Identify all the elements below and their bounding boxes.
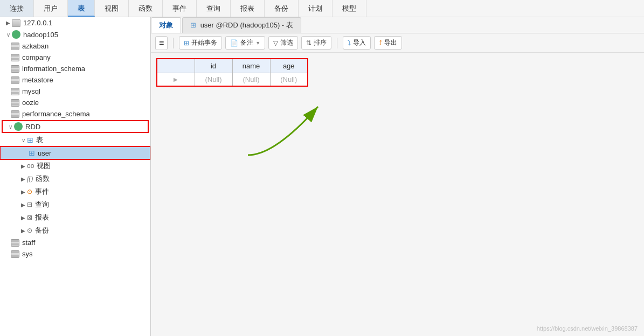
chevron-icon: ▶ xyxy=(19,163,27,169)
filter-button[interactable]: ▽ 筛选 xyxy=(268,36,298,50)
column-name: name xyxy=(232,59,270,73)
chevron-icon: ▶ xyxy=(19,176,27,182)
import-label: 导入 xyxy=(353,38,366,47)
db-hadoop105-label: hadoop105 xyxy=(23,31,58,39)
tab-user-table[interactable]: ⊞ user @RDD (hadoop105) - 表 xyxy=(182,17,301,33)
function-icon: f() xyxy=(27,175,33,183)
comment-label: 备注 xyxy=(240,38,253,47)
sidebar-db-company[interactable]: company xyxy=(0,52,150,63)
transaction-icon: ⊞ xyxy=(184,39,189,47)
nav-report[interactable]: 报表 xyxy=(231,0,265,17)
sidebar-db-sys[interactable]: sys xyxy=(0,248,150,260)
comment-icon: 📄 xyxy=(230,39,238,47)
db-company-label: company xyxy=(22,53,51,61)
toolbar-separator xyxy=(173,38,174,48)
event-icon: ⊙ xyxy=(27,188,32,195)
nav-model[interactable]: 模型 xyxy=(333,0,366,17)
chevron-expand-icon: ∨ xyxy=(4,32,12,38)
sidebar-db-oozie[interactable]: oozie xyxy=(0,97,150,108)
filter-icon: ▽ xyxy=(273,39,278,47)
sidebar-tables-group[interactable]: ∨ ⊞ 表 xyxy=(0,134,150,146)
db-gray-icon xyxy=(11,99,19,107)
sidebar-db-azkaban[interactable]: azkaban xyxy=(0,40,150,52)
sidebar-db-rdd[interactable]: ∨ RDD xyxy=(2,121,148,132)
cell-name[interactable]: (Null) xyxy=(232,73,270,87)
start-transaction-button[interactable]: ⊞ 开始事务 xyxy=(179,36,222,50)
sidebar-db-performance-schema[interactable]: performance_schema xyxy=(0,108,150,120)
nav-user[interactable]: 用户 xyxy=(34,0,68,17)
filter-label: 筛选 xyxy=(280,38,293,47)
sidebar-db-metastore[interactable]: metastore xyxy=(0,74,150,86)
nav-view[interactable]: 视图 xyxy=(95,0,129,17)
db-azkaban-label: azkaban xyxy=(22,42,49,50)
sort-button[interactable]: ⇅ 排序 xyxy=(301,36,331,50)
db-gray-icon xyxy=(11,54,19,61)
nav-function[interactable]: 函数 xyxy=(129,0,163,17)
db-green-icon xyxy=(12,30,20,39)
tab-bar: 对象 ⊞ user @RDD (hadoop105) - 表 xyxy=(151,17,644,33)
export-icon: ⤴ xyxy=(379,39,382,47)
nav-query[interactable]: 查询 xyxy=(197,0,231,17)
chevron-icon: ▶ xyxy=(19,189,27,195)
table-row: ▶ (Null) (Null) (Null) xyxy=(157,73,308,87)
table-area: id name age ▶ (Null) (Null) (Null) xyxy=(151,53,644,336)
db-green-icon xyxy=(14,122,23,131)
export-button[interactable]: ⤴ 导出 xyxy=(374,36,402,50)
chevron-icon: ▶ xyxy=(19,228,27,234)
sidebar-db-mysql[interactable]: mysql xyxy=(0,86,150,97)
nav-plan[interactable]: 计划 xyxy=(299,0,333,17)
events-label: 事件 xyxy=(35,187,49,197)
row-arrow-indicator: ▶ xyxy=(157,73,195,87)
db-gray-icon xyxy=(11,65,19,73)
backups-label: 备份 xyxy=(35,226,49,235)
db-metastore-label: metastore xyxy=(22,76,53,84)
sidebar-db-information-schema[interactable]: information_schema xyxy=(0,63,150,74)
sidebar-backups-group[interactable]: ▶ ⊙ 备份 xyxy=(0,224,150,237)
comment-button[interactable]: 📄 备注 ▼ xyxy=(225,36,265,50)
watermark: https://blog.csdn.net/weixin_39868387 xyxy=(537,325,638,332)
cell-age[interactable]: (Null) xyxy=(270,73,308,87)
sidebar-server[interactable]: ▶ 127.0.0.1 xyxy=(0,17,150,29)
tab-objects[interactable]: 对象 xyxy=(151,17,181,33)
nav-table[interactable]: 表 xyxy=(68,0,95,17)
chevron-icon: ▶ xyxy=(19,215,27,221)
menu-button[interactable]: ≡ xyxy=(155,36,168,50)
functions-label: 函数 xyxy=(36,174,50,184)
nav-event[interactable]: 事件 xyxy=(163,0,197,17)
nav-backup[interactable]: 备份 xyxy=(265,0,299,17)
db-gray-icon xyxy=(11,76,19,84)
sidebar-functions-group[interactable]: ▶ f() 函数 xyxy=(0,172,150,185)
column-id: id xyxy=(195,59,232,73)
chevron-expand-icon: ∨ xyxy=(19,137,27,143)
nav-connect[interactable]: 连接 xyxy=(0,0,34,17)
query-icon: ⊟ xyxy=(27,201,32,208)
sidebar: ▶ 127.0.0.1 ∨ hadoop105 azkaban company xyxy=(0,17,151,336)
queries-label: 查询 xyxy=(35,200,49,209)
top-nav-bar: 连接 用户 表 视图 函数 事件 查询 报表 备份 计划 模型 xyxy=(0,0,644,17)
start-transaction-label: 开始事务 xyxy=(191,38,217,47)
sidebar-table-user[interactable]: ⊞ user xyxy=(0,146,150,159)
reports-label: 报表 xyxy=(35,213,49,222)
sidebar-db-staff[interactable]: staff xyxy=(0,237,150,248)
report-icon: ⊠ xyxy=(27,214,32,221)
sidebar-db-hadoop105[interactable]: ∨ hadoop105 xyxy=(0,29,150,40)
tab-user-table-label: user @RDD (hadoop105) - 表 xyxy=(200,21,293,29)
sidebar-events-group[interactable]: ▶ ⊙ 事件 xyxy=(0,185,150,198)
db-mysql-label: mysql xyxy=(22,87,40,95)
content-area: 对象 ⊞ user @RDD (hadoop105) - 表 ≡ ⊞ 开始事务 … xyxy=(151,17,644,336)
import-button[interactable]: ⤵ 导入 xyxy=(343,36,371,50)
server-icon xyxy=(12,19,20,27)
db-performance-schema-label: performance_schema xyxy=(22,110,90,118)
sort-label: 排序 xyxy=(314,38,327,47)
db-gray-icon xyxy=(11,43,19,50)
view-icon: oo xyxy=(27,162,34,170)
table-group-icon: ⊞ xyxy=(27,136,33,144)
cell-id[interactable]: (Null) xyxy=(195,73,232,87)
db-rdd-label: RDD xyxy=(25,123,40,131)
views-label: 视图 xyxy=(37,161,51,171)
sidebar-views-group[interactable]: ▶ oo 视图 xyxy=(0,159,150,172)
sidebar-reports-group[interactable]: ▶ ⊠ 报表 xyxy=(0,211,150,224)
export-label: 导出 xyxy=(384,38,397,47)
sidebar-queries-group[interactable]: ▶ ⊟ 查询 xyxy=(0,198,150,211)
db-sys-label: sys xyxy=(22,250,33,258)
